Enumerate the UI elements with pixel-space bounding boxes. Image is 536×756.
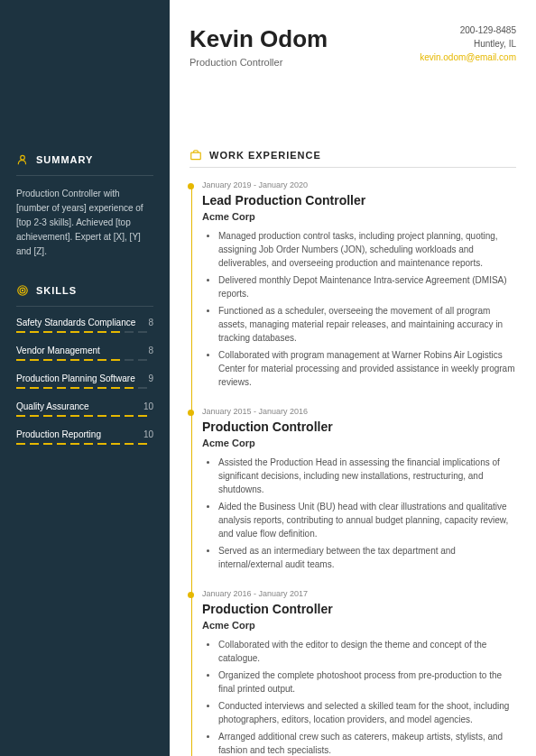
job-position: Production Controller — [202, 419, 516, 434]
bullet: Collaborated with program management at … — [218, 348, 516, 389]
resume-page: SUMMARY Production Controller with [numb… — [0, 0, 536, 756]
job-position: Lead Production Controller — [202, 193, 516, 207]
bullet: Organized the complete photoshoot proces… — [218, 668, 516, 696]
skill-bar — [16, 443, 153, 445]
svg-rect-4 — [191, 152, 201, 160]
skill-rating: 10 — [143, 429, 153, 439]
skills-header: SKILLS — [16, 284, 153, 297]
job-company: Acme Corp — [202, 620, 516, 631]
bullet: Assisted the Production Head in assessin… — [218, 456, 516, 496]
person-icon — [16, 153, 29, 166]
name: Kevin Odom — [189, 25, 328, 53]
skill-item: Production Planning Software9 — [16, 373, 153, 389]
experience-header: WORK EXPERIENCE — [189, 149, 516, 168]
skill-rating: 10 — [143, 401, 153, 411]
main-content: Kevin Odom Production Controller 200-129… — [170, 0, 536, 756]
header: Kevin Odom Production Controller 200-129… — [189, 25, 516, 68]
bullet: Collaborated with the editor to design t… — [218, 638, 516, 665]
job-entry: January 2019 - January 2020Lead Producti… — [202, 180, 516, 389]
skill-rating: 8 — [148, 346, 153, 355]
summary-header: SUMMARY — [16, 153, 153, 166]
skills-list: Safety Standards Compliance8Vendor Manag… — [16, 318, 153, 445]
job-bullets: Assisted the Production Head in assessin… — [202, 456, 516, 571]
skill-bar — [16, 415, 153, 417]
bullet: Aided the Business Unit (BU) head with c… — [218, 500, 516, 540]
experience-title: WORK EXPERIENCE — [209, 150, 321, 161]
summary-title: SUMMARY — [36, 154, 93, 165]
job-position: Production Controller — [202, 602, 516, 616]
target-icon — [16, 284, 29, 297]
job-entry: January 2016 - January 2017Production Co… — [202, 589, 516, 756]
bullet: Arranged additional crew such as caterer… — [218, 730, 516, 756]
svg-point-3 — [22, 290, 23, 290]
skill-item: Production Reporting10 — [16, 429, 153, 445]
skill-item: Quality Assurance10 — [16, 401, 153, 417]
bullet: Delivered monthly Depot Maintenance Intr… — [218, 273, 516, 300]
job-entry: January 2015 - January 2016Production Co… — [202, 407, 516, 571]
sidebar: SUMMARY Production Controller with [numb… — [0, 0, 170, 756]
skill-rating: 8 — [148, 318, 153, 327]
skills-title: SKILLS — [36, 285, 77, 296]
skill-name: Quality Assurance — [16, 401, 89, 411]
bullet: Served as an intermediary between the ta… — [218, 544, 516, 571]
skill-bar — [16, 387, 153, 389]
skill-name: Vendor Management — [16, 346, 100, 355]
skill-bar — [16, 331, 153, 333]
divider — [16, 175, 153, 176]
job-company: Acme Corp — [202, 438, 516, 448]
job-dates: January 2015 - January 2016 — [202, 407, 516, 416]
briefcase-icon — [189, 149, 202, 161]
skill-item: Vendor Management8 — [16, 346, 153, 361]
bullet: Functioned as a scheduler, overseeing th… — [218, 304, 516, 345]
name-block: Kevin Odom Production Controller — [189, 25, 328, 68]
skill-name: Production Planning Software — [16, 373, 135, 383]
phone: 200-129-8485 — [420, 25, 516, 35]
svg-point-0 — [21, 155, 25, 160]
email: kevin.odom@email.com — [420, 52, 516, 62]
location: Huntley, IL — [420, 39, 516, 49]
skill-name: Production Reporting — [16, 429, 101, 439]
skill-bar — [16, 359, 153, 361]
timeline: January 2019 - January 2020Lead Producti… — [189, 180, 516, 756]
bullet: Conducted interviews and selected a skil… — [218, 699, 516, 726]
job-bullets: Managed production control tasks, includ… — [202, 229, 516, 389]
divider — [16, 306, 153, 307]
job-bullets: Collaborated with the editor to design t… — [202, 638, 516, 756]
skill-rating: 9 — [148, 373, 153, 383]
summary-text: Production Controller with [number of ye… — [16, 187, 153, 259]
skill-name: Safety Standards Compliance — [16, 318, 135, 327]
bullet: Managed production control tasks, includ… — [218, 229, 516, 270]
contact-block: 200-129-8485 Huntley, IL kevin.odom@emai… — [420, 25, 516, 68]
job-company: Acme Corp — [202, 211, 516, 222]
job-title: Production Controller — [189, 57, 328, 68]
job-dates: January 2016 - January 2017 — [202, 589, 516, 598]
skill-item: Safety Standards Compliance8 — [16, 318, 153, 333]
job-dates: January 2019 - January 2020 — [202, 180, 516, 189]
